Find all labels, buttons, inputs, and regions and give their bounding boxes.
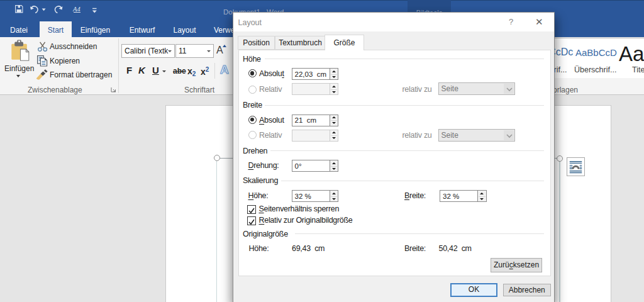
svg-text:A4: A4 — [72, 6, 80, 13]
